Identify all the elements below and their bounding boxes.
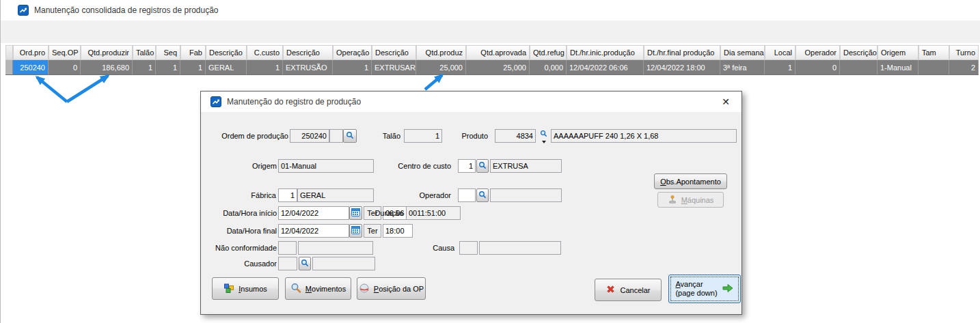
- duracao-label: Duração: [365, 206, 403, 220]
- cancelar-label: Cancelar: [620, 286, 650, 294]
- column-header[interactable]: Ord.pro: [13, 45, 49, 60]
- grid-cell[interactable]: 1: [180, 60, 206, 75]
- grid-cell[interactable]: [840, 60, 877, 75]
- calendar-icon: [351, 207, 360, 219]
- operador-label: Operador: [385, 188, 451, 202]
- produto-label: Produto: [450, 129, 488, 143]
- column-header[interactable]: Dt./hr.final produção: [644, 45, 720, 60]
- column-header[interactable]: Tam: [918, 45, 949, 60]
- operador-search-button[interactable]: [476, 188, 489, 202]
- produto-code-input[interactable]: 4834: [495, 129, 536, 143]
- insumos-label: Insumos: [239, 285, 267, 293]
- column-header[interactable]: Qtd.refug: [530, 45, 567, 60]
- main-window-title: Manutenção consolidada de registros de p…: [34, 5, 219, 15]
- grid-cell[interactable]: 1: [156, 60, 180, 75]
- grid-cell[interactable]: [918, 60, 949, 75]
- causa-code-input[interactable]: [459, 241, 478, 255]
- posicao-op-button[interactable]: Posição da OP: [357, 277, 426, 300]
- grid-cell[interactable]: 25,000: [466, 60, 530, 75]
- grid-cell[interactable]: 3ª feira: [720, 60, 765, 75]
- grid-cell[interactable]: 0: [795, 60, 840, 75]
- data-final-calendar-button[interactable]: [349, 224, 362, 238]
- column-header[interactable]: Talão: [133, 45, 156, 60]
- data-inicio-date-input[interactable]: 12/04/2022: [278, 206, 349, 220]
- column-header[interactable]: Turno: [949, 45, 979, 60]
- obs-apontamento-button[interactable]: Obs.Apontamento: [654, 173, 727, 189]
- grid-cell[interactable]: 0: [49, 60, 81, 75]
- talao-input[interactable]: 1: [404, 129, 442, 143]
- arrow-to-qtdproduzir: [67, 76, 108, 102]
- column-header[interactable]: Qtd.aprovada: [466, 45, 530, 60]
- causador-search-button[interactable]: [299, 257, 311, 270]
- grid-cell[interactable]: 1: [133, 60, 156, 75]
- movimentos-button[interactable]: Movimentos: [285, 277, 351, 300]
- insumos-button[interactable]: Insumos: [212, 277, 279, 300]
- dialog-app-icon: [210, 96, 221, 107]
- centro-custo-search-button[interactable]: [476, 159, 489, 173]
- column-header[interactable]: Operação: [333, 45, 372, 60]
- nao-conformidade-code-input[interactable]: [278, 241, 297, 255]
- column-header[interactable]: Dt./hr.inic.produção: [567, 45, 644, 60]
- grid-cell[interactable]: 1-Manual: [877, 60, 918, 75]
- column-header[interactable]: Descrição: [283, 45, 333, 60]
- data-final-date-input[interactable]: 12/04/2022: [278, 224, 349, 238]
- grid-cell-selected[interactable]: 250240: [13, 60, 49, 75]
- ordem-sub-input[interactable]: [329, 129, 343, 143]
- data-inicio-calendar-button[interactable]: [349, 206, 362, 220]
- grid-cell[interactable]: 1: [765, 60, 795, 75]
- causador-code-input[interactable]: [278, 257, 297, 270]
- grid-cell[interactable]: 1: [247, 60, 283, 75]
- ordem-search-button[interactable]: [343, 129, 357, 143]
- search-icon: [301, 257, 309, 270]
- search-icon: [540, 128, 547, 140]
- search-icon: [346, 130, 354, 142]
- grid-cell[interactable]: 2: [949, 60, 979, 75]
- grid-cell[interactable]: 186,680: [81, 60, 133, 75]
- causador-desc-field: [312, 257, 375, 270]
- data-final-time-input[interactable]: 18:00: [383, 224, 413, 238]
- fabrica-input[interactable]: 1: [278, 188, 297, 202]
- red-x-icon: [605, 284, 616, 296]
- column-header[interactable]: Qtd.produzir: [81, 45, 133, 60]
- app-icon: [18, 5, 29, 16]
- centro-custo-input[interactable]: 1: [458, 159, 476, 173]
- joystick-icon: [668, 195, 677, 206]
- operador-input[interactable]: [458, 188, 476, 202]
- column-header[interactable]: Seq.OP: [49, 45, 81, 60]
- operador-desc-field: [490, 188, 562, 202]
- column-header[interactable]: Operador: [795, 45, 840, 60]
- globe-icon: [359, 283, 370, 295]
- grid-cell[interactable]: EXTRUSAR: [372, 60, 416, 75]
- ordem-input[interactable]: 250240: [290, 129, 329, 143]
- close-icon[interactable]: ✕: [720, 96, 732, 108]
- ordem-label: Ordem de produção: [215, 129, 288, 143]
- grid-cell[interactable]: 0,000: [530, 60, 567, 75]
- column-header[interactable]: Fab: [180, 45, 206, 60]
- column-header[interactable]: Descrição: [372, 45, 416, 60]
- column-header[interactable]: Descrição: [206, 45, 247, 60]
- grid-cell[interactable]: GERAL: [206, 60, 247, 75]
- talao-label: Talão: [372, 129, 400, 143]
- column-header[interactable]: Dia semana: [720, 45, 765, 60]
- grid-cell[interactable]: 12/04/2022 18:00: [644, 60, 720, 75]
- search-icon: [478, 189, 487, 201]
- origem-label: Origem: [215, 159, 277, 173]
- dialog-titlebar: Manutenção do registro de produção ✕: [201, 92, 741, 112]
- grid-cell[interactable]: 25,000: [416, 60, 466, 75]
- column-header[interactable]: C.custo: [247, 45, 283, 60]
- fabrica-label: Fábrica: [215, 188, 276, 202]
- grid-cell[interactable]: EXTRUSÃO: [283, 60, 333, 75]
- column-header[interactable]: Qtd.produz: [416, 45, 466, 60]
- produto-search-dropdown[interactable]: [539, 128, 549, 143]
- column-header[interactable]: Origem: [877, 45, 918, 60]
- cancelar-button[interactable]: Cancelar: [595, 279, 662, 301]
- column-header[interactable]: Descrição: [840, 45, 877, 60]
- nao-conformidade-desc-field: [298, 241, 373, 255]
- arrow-to-ordpro: [37, 77, 67, 102]
- grid-data-row[interactable]: 2502400186,680111GERAL1EXTRUSÃO1EXTRUSAR…: [5, 60, 979, 75]
- grid-cell[interactable]: 1: [333, 60, 372, 75]
- grid-cell[interactable]: 12/04/2022 06:06: [567, 60, 644, 75]
- column-header[interactable]: Local: [765, 45, 795, 60]
- avancar-button[interactable]: Avançar (page down): [668, 275, 741, 303]
- column-header[interactable]: Seq: [156, 45, 180, 60]
